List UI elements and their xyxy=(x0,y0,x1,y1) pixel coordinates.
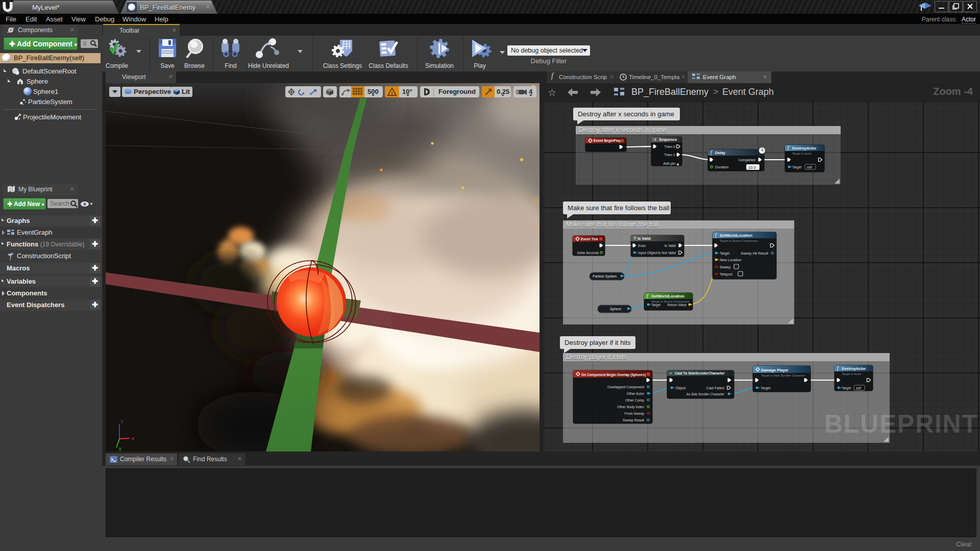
svg-text:SetWorldLocation: SetWorldLocation xyxy=(720,233,752,238)
svg-text:Object: Object xyxy=(675,386,685,390)
svg-text:Delta Seconds: Delta Seconds xyxy=(577,251,599,255)
svg-text:Sequence: Sequence xyxy=(659,137,677,142)
svg-text:Duration: Duration xyxy=(715,165,729,169)
svg-text:Return Value: Return Value xyxy=(668,303,687,307)
svg-text:On Component Begin Overlap (Sp: On Component Begin Overlap (Sphere1) xyxy=(581,373,646,377)
svg-text:Destroy player if it hits: Destroy player if it hits xyxy=(566,354,626,361)
svg-text:Destroy after x seconds in gam: Destroy after x seconds in game xyxy=(578,110,674,118)
svg-text:Teleport: Teleport xyxy=(720,272,732,277)
svg-text:Target: Target xyxy=(761,386,771,390)
svg-text:⇉: ⇉ xyxy=(653,138,656,141)
svg-text:Y: Y xyxy=(118,447,122,452)
svg-text:DestroyActor: DestroyActor xyxy=(792,146,817,151)
svg-text:Target: Target xyxy=(842,386,851,390)
svg-text:Sweep Hit Result: Sweep Hit Result xyxy=(741,252,768,256)
svg-text:z: z xyxy=(121,419,124,424)
svg-text:10.0: 10.0 xyxy=(748,165,756,170)
svg-text:Other Actor: Other Actor xyxy=(627,392,645,395)
svg-text:?: ? xyxy=(633,236,636,241)
svg-text:Then 0: Then 0 xyxy=(664,145,675,148)
svg-text:x: x xyxy=(132,436,134,441)
svg-text:↠: ↠ xyxy=(669,371,672,375)
svg-text:GetWorldLocation: GetWorldLocation xyxy=(651,294,684,298)
svg-text:New Location: New Location xyxy=(720,258,742,262)
svg-text:From Sweep: From Sweep xyxy=(624,412,644,416)
svg-text:Target: Target xyxy=(651,303,660,307)
svg-text:Is Valid: Is Valid xyxy=(665,244,676,247)
svg-text:Other Comp: Other Comp xyxy=(625,398,644,403)
svg-text:Then 1: Then 1 xyxy=(664,153,675,157)
svg-text:Input Object: Input Object xyxy=(638,251,657,255)
svg-text:Destroy after x seconds in gam: Destroy after x seconds in game xyxy=(579,127,667,134)
svg-text:Is Not Valid: Is Not Valid xyxy=(658,251,676,255)
svg-text:f: f xyxy=(10,254,12,260)
svg-text:BLUEPRINT: BLUEPRINT xyxy=(824,410,977,438)
svg-text:Target: Target xyxy=(720,252,730,256)
svg-text:Completed: Completed xyxy=(738,158,755,162)
svg-text:Target: Target xyxy=(792,165,801,169)
svg-text:self: self xyxy=(807,165,812,169)
svg-text:+: + xyxy=(676,162,679,167)
svg-text:Event Tick: Event Tick xyxy=(581,237,598,241)
svg-text:self: self xyxy=(856,386,861,390)
svg-text:Cast To SideScrollerCharacter: Cast To SideScrollerCharacter xyxy=(675,371,725,375)
svg-text:Sweep Result: Sweep Result xyxy=(623,418,644,422)
svg-text:Damage Player: Damage Player xyxy=(761,368,789,372)
svg-text:Target is Actor: Target is Actor xyxy=(842,372,862,375)
svg-text:Destroy player if it hits: Destroy player if it hits xyxy=(565,339,631,346)
svg-text:Target is Actor: Target is Actor xyxy=(792,152,812,155)
svg-text:Target is Side Scroller Charac: Target is Side Scroller Character xyxy=(761,374,805,377)
svg-text:Other Body Index: Other Body Index xyxy=(617,405,644,409)
svg-text:Is Valid: Is Valid xyxy=(638,236,651,241)
svg-text:Delay: Delay xyxy=(715,151,726,155)
svg-text:Particle System: Particle System xyxy=(593,274,617,279)
svg-text:Overlapped Component: Overlapped Component xyxy=(607,385,644,389)
svg-text:DestroyActor: DestroyActor xyxy=(842,366,866,371)
svg-text:Make sure that fire follows th: Make sure that fire follows the ball xyxy=(566,221,658,228)
svg-text:Exec: Exec xyxy=(638,244,646,247)
svg-text:Add pin: Add pin xyxy=(663,162,675,166)
svg-text:Cast Failed: Cast Failed xyxy=(706,386,725,390)
svg-text:Target is Scene Component: Target is Scene Component xyxy=(720,239,757,242)
svg-text:Make sure that fire follows th: Make sure that fire follows the ball xyxy=(568,204,669,212)
svg-text:Event BeginPlay: Event BeginPlay xyxy=(594,139,621,143)
svg-text:Sphere: Sphere xyxy=(610,307,621,311)
svg-text:As Side Scroller Character: As Side Scroller Character xyxy=(687,392,724,396)
svg-text:Sweep: Sweep xyxy=(720,265,731,269)
